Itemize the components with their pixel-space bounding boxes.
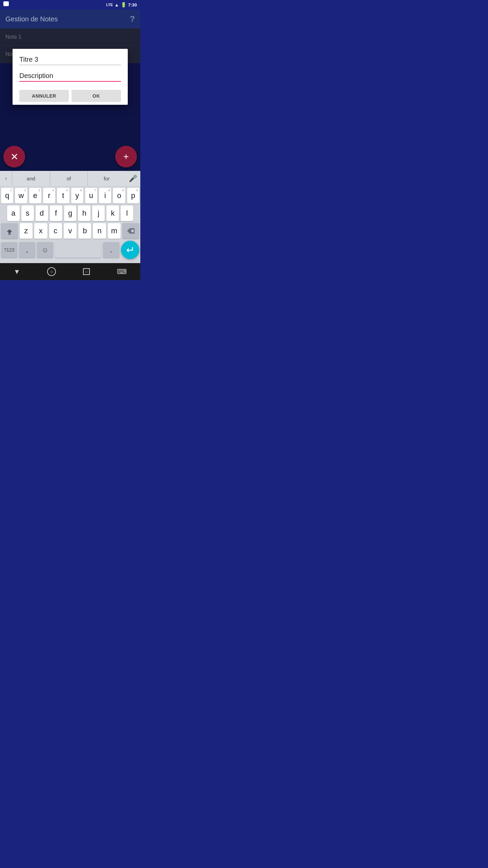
help-icon[interactable]: ?: [130, 14, 135, 24]
app-bar: Gestion de Notes ?: [0, 9, 140, 28]
key-h[interactable]: h: [78, 205, 90, 221]
suggestion-words: and of for: [12, 171, 125, 186]
period-key[interactable]: .: [103, 242, 119, 258]
keyboard-row-2: a s d f g h j k l: [1, 205, 139, 221]
key-g[interactable]: g: [64, 205, 77, 221]
key-o[interactable]: 9o: [113, 188, 125, 203]
sd-card-icon: [3, 1, 9, 7]
app-title: Gestion de Notes: [5, 15, 58, 23]
keyboard: 1q 2w 3e 4r 5t 6y 7u 8i 9o 0p a s d f g …: [0, 186, 140, 263]
key-u[interactable]: 7u: [85, 188, 97, 203]
key-n[interactable]: n: [93, 223, 106, 239]
fab-area: ✕ +: [0, 146, 140, 167]
upper-section: Note 1 Note 2 ANNULER OK ✕ +: [0, 28, 140, 171]
key-x[interactable]: x: [34, 223, 47, 239]
enter-key[interactable]: [121, 241, 139, 259]
key-c[interactable]: c: [49, 223, 62, 239]
suggestion-and[interactable]: and: [12, 171, 50, 186]
suggestion-of[interactable]: of: [50, 171, 88, 186]
key-q[interactable]: 1q: [1, 188, 13, 203]
key-y[interactable]: 6y: [71, 188, 83, 203]
shift-key[interactable]: [1, 223, 18, 239]
title-field-wrapper: [19, 54, 121, 65]
keyboard-suggestions: › and of for 🎤: [0, 171, 140, 186]
battery-icon: 🔋: [121, 2, 126, 7]
backspace-key[interactable]: [122, 223, 139, 239]
key-e[interactable]: 3e: [29, 188, 41, 203]
recent-nav-icon[interactable]: □: [83, 268, 90, 275]
suggestion-for[interactable]: for: [88, 171, 125, 186]
key-a[interactable]: a: [7, 205, 20, 221]
keyboard-row-1: 1q 2w 3e 4r 5t 6y 7u 8i 9o 0p: [1, 188, 139, 203]
mic-icon[interactable]: 🎤: [125, 171, 140, 186]
status-icons: LTE ▲ 🔋 7:30: [106, 2, 137, 7]
key-v[interactable]: v: [64, 223, 77, 239]
description-field-wrapper: [19, 71, 121, 82]
description-underline: [19, 81, 121, 82]
add-fab[interactable]: +: [115, 146, 137, 167]
description-input[interactable]: [19, 71, 121, 81]
signal-icon: ▲: [115, 2, 119, 7]
key-f[interactable]: f: [50, 205, 62, 221]
space-key[interactable]: [55, 242, 101, 258]
keyboard-nav-icon[interactable]: ⌨: [117, 268, 127, 276]
dialog-actions: ANNULER OK: [19, 87, 121, 105]
key-j[interactable]: j: [92, 205, 105, 221]
time-display: 7:30: [128, 2, 137, 7]
svg-rect-0: [8, 234, 11, 235]
comma-key[interactable]: ,: [19, 242, 35, 258]
title-input[interactable]: [19, 54, 121, 65]
key-i[interactable]: 8i: [99, 188, 111, 203]
key-l[interactable]: l: [121, 205, 133, 221]
key-m[interactable]: m: [108, 223, 121, 239]
key-b[interactable]: b: [78, 223, 91, 239]
add-note-dialog: ANNULER OK: [13, 49, 128, 105]
nav-bar: ▼ ○ □ ⌨: [0, 263, 140, 280]
keyboard-row-3: z x c v b n m: [1, 223, 139, 239]
key-k[interactable]: k: [106, 205, 119, 221]
key-z[interactable]: z: [20, 223, 33, 239]
key-d[interactable]: d: [36, 205, 48, 221]
suggestions-expand[interactable]: ›: [0, 171, 12, 186]
ok-button[interactable]: OK: [72, 90, 121, 102]
home-nav-icon[interactable]: ○: [47, 267, 56, 276]
title-underline: [19, 65, 121, 65]
keyboard-row-4: ?123 , ☺ .: [1, 241, 139, 259]
key-p[interactable]: 0p: [127, 188, 139, 203]
numbers-key[interactable]: ?123: [1, 242, 17, 258]
cancel-button[interactable]: ANNULER: [19, 90, 69, 102]
lte-label: LTE: [106, 3, 113, 7]
key-w[interactable]: 2w: [15, 188, 27, 203]
key-t[interactable]: 5t: [57, 188, 69, 203]
back-nav-icon[interactable]: ▼: [14, 268, 20, 276]
key-r[interactable]: 4r: [43, 188, 55, 203]
emoji-key[interactable]: ☺: [37, 242, 53, 258]
status-bar: LTE ▲ 🔋 7:30: [0, 0, 140, 9]
close-fab[interactable]: ✕: [3, 146, 25, 167]
key-s[interactable]: s: [21, 205, 34, 221]
